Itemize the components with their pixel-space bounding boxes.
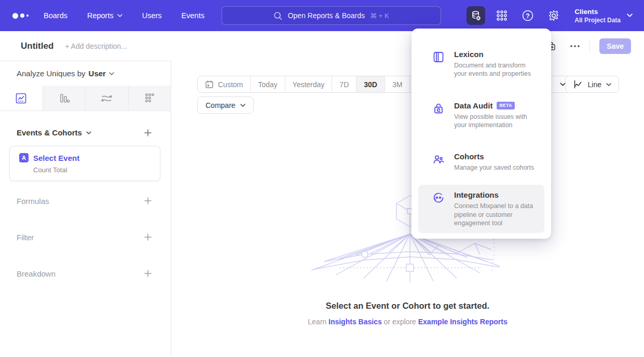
event-card[interactable]: A Select Event Count Total bbox=[9, 146, 160, 181]
flow-tab-icon bbox=[101, 92, 113, 104]
chart-type-dropdown[interactable]: Line bbox=[565, 76, 619, 93]
data-management-menu: Lexicon Document and transform your even… bbox=[412, 29, 551, 239]
date-range-custom[interactable]: Custom bbox=[198, 76, 251, 92]
chevron-down-icon bbox=[109, 72, 114, 75]
breakdown-label: Breakdown bbox=[17, 269, 56, 278]
date-range-today-label: Today bbox=[258, 80, 277, 89]
search-shortcut: ⌘ + K bbox=[370, 12, 389, 20]
filter-section: Filter bbox=[17, 232, 152, 242]
date-range-today[interactable]: Today bbox=[251, 76, 285, 92]
menu-item-cohorts[interactable]: Cohorts Manage your saved cohorts bbox=[418, 146, 544, 177]
nav-events-label: Events bbox=[182, 11, 204, 20]
analyze-value: User bbox=[89, 69, 106, 78]
chevron-down-icon bbox=[606, 83, 611, 86]
help-icon: ? bbox=[521, 9, 535, 22]
event-letter-badge: A bbox=[19, 153, 29, 162]
data-management-button[interactable] bbox=[467, 6, 485, 25]
example-reports-link[interactable]: Example Insights Reports bbox=[418, 318, 508, 326]
scatter-tab-icon bbox=[144, 92, 156, 104]
menu-item-integrations[interactable]: Integrations Connect Mixpanel to a data … bbox=[418, 185, 544, 233]
menu-item-lexicon[interactable]: Lexicon Document and transform your even… bbox=[418, 44, 544, 84]
chevron-down-icon bbox=[86, 131, 91, 134]
plus-icon bbox=[144, 129, 152, 137]
integrations-sync-icon bbox=[432, 191, 445, 204]
bar-chart-tab-icon bbox=[58, 92, 70, 104]
top-navigation: Boards Reports Users Events Open Reports… bbox=[0, 0, 644, 31]
ellipsis-icon bbox=[570, 45, 580, 48]
filter-label: Filter bbox=[17, 233, 34, 242]
add-event-button[interactable] bbox=[144, 129, 152, 137]
compare-button[interactable]: Compare bbox=[197, 97, 254, 114]
date-range-7d[interactable]: 7D bbox=[332, 76, 357, 92]
events-cohorts-dropdown[interactable]: Events & Cohorts bbox=[17, 128, 91, 137]
chevron-down-icon bbox=[240, 104, 245, 107]
data-audit-title: Data Audit bbox=[454, 101, 492, 110]
grid-icon bbox=[495, 9, 509, 22]
nav-users-label: Users bbox=[142, 11, 162, 20]
cohorts-people-icon bbox=[432, 153, 445, 166]
nav-events[interactable]: Events bbox=[182, 11, 204, 20]
plus-icon bbox=[144, 269, 152, 278]
empty-state-links: Learn Insights Basics or explore Example… bbox=[171, 318, 644, 326]
date-range-yesterday[interactable]: Yesterday bbox=[285, 76, 333, 92]
analyze-by-dropdown[interactable]: User bbox=[89, 69, 114, 78]
nav-reports-label: Reports bbox=[87, 11, 114, 20]
lexicon-title: Lexicon bbox=[454, 50, 484, 59]
tab-scatter-chart[interactable] bbox=[129, 86, 171, 111]
tab-insights-line[interactable] bbox=[0, 86, 43, 111]
plus-icon bbox=[144, 233, 152, 241]
insights-basics-link[interactable]: Insights Basics bbox=[328, 318, 382, 326]
visualization-tabs bbox=[0, 86, 171, 111]
nav-reports[interactable]: Reports bbox=[87, 11, 122, 20]
date-range-3m-label: 3M bbox=[392, 80, 402, 89]
empty-state-title: Select an Event or Cohort to get started… bbox=[171, 301, 644, 311]
beta-badge: BETA bbox=[497, 102, 515, 109]
report-description-placeholder[interactable]: + Add description... bbox=[65, 42, 127, 50]
cohorts-description: Manage your saved cohorts bbox=[454, 163, 534, 172]
report-title[interactable]: Untitled bbox=[21, 41, 53, 51]
add-breakdown-button[interactable] bbox=[144, 269, 152, 278]
analyze-label: Analyze Uniques by bbox=[17, 69, 86, 78]
data-audit-icon bbox=[432, 102, 445, 115]
select-event-label[interactable]: Select Event bbox=[33, 154, 79, 162]
date-range-3m[interactable]: 3M bbox=[385, 76, 410, 92]
more-options-button[interactable] bbox=[570, 45, 580, 48]
project-name: All Project Data bbox=[574, 17, 621, 24]
gear-icon bbox=[547, 9, 560, 22]
integrations-title: Integrations bbox=[454, 190, 499, 199]
apps-grid-button[interactable] bbox=[492, 6, 511, 25]
nav-users[interactable]: Users bbox=[142, 11, 162, 20]
lexicon-book-icon bbox=[432, 51, 445, 63]
tab-flow-chart[interactable] bbox=[86, 86, 129, 111]
help-button[interactable]: ? bbox=[518, 6, 537, 25]
events-cohorts-label: Events & Cohorts bbox=[17, 128, 82, 137]
chevron-down-icon bbox=[117, 14, 122, 17]
formulas-section: Formulas bbox=[17, 196, 152, 206]
breakdown-section: Breakdown bbox=[17, 268, 152, 279]
settings-button[interactable] bbox=[544, 6, 563, 25]
or-explore-text: or explore bbox=[384, 318, 416, 326]
count-total-selector[interactable]: Count Total bbox=[33, 166, 160, 174]
chevron-down-icon bbox=[627, 13, 633, 17]
data-audit-description: View possible issues with your implement… bbox=[454, 113, 538, 130]
save-button[interactable]: Save bbox=[599, 38, 631, 54]
menu-item-data-audit[interactable]: Data Audit BETA View possible issues wit… bbox=[418, 95, 544, 135]
date-range-30d-label: 30D bbox=[364, 80, 377, 89]
analyze-by-row: Analyze Uniques by User bbox=[0, 61, 171, 86]
events-cohorts-section: Events & Cohorts bbox=[17, 128, 152, 137]
mixpanel-logo[interactable] bbox=[12, 13, 33, 19]
nav-boards[interactable]: Boards bbox=[44, 11, 67, 20]
global-search-input[interactable]: Open Reports & Boards ⌘ + K bbox=[222, 6, 441, 25]
cohorts-title: Cohorts bbox=[454, 152, 484, 161]
report-canvas: Custom Today Yesterday 7D 30D 3M 6M Line… bbox=[171, 61, 644, 357]
project-switcher[interactable]: Clients All Project Data bbox=[574, 7, 633, 24]
search-icon bbox=[273, 11, 282, 20]
plus-icon bbox=[144, 197, 152, 205]
add-filter-button[interactable] bbox=[144, 233, 152, 241]
add-formula-button[interactable] bbox=[144, 197, 152, 205]
line-chart-tab-icon bbox=[15, 92, 27, 104]
nav-boards-label: Boards bbox=[44, 11, 67, 20]
date-range-30d[interactable]: 30D bbox=[357, 76, 385, 92]
search-placeholder: Open Reports & Boards bbox=[287, 11, 365, 20]
tab-bar-chart[interactable] bbox=[43, 86, 86, 111]
